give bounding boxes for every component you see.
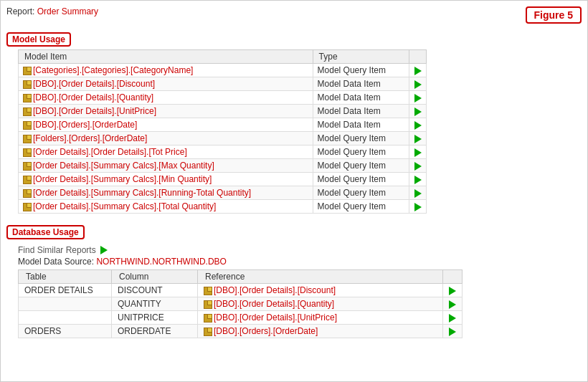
model-item-icon [23,121,32,130]
model-row-arrow-icon[interactable] [414,148,422,157]
db-reference-cell: [DBO].[Order Details].[Quantity] [198,297,443,311]
db-column-cell: DISCOUNT [112,284,198,297]
model-usage-row: [Categories].[Categories].[CategoryName]… [19,64,427,77]
model-item-link[interactable]: [Order Details].[Summary Calcs].[Max Qua… [33,161,214,171]
model-item-link[interactable]: [DBO].[Orders].[OrderDate] [33,120,137,130]
model-type-cell: Model Query Item [313,186,409,200]
model-item-link[interactable]: [Order Details].[Summary Calcs].[Min Qua… [33,174,212,184]
model-type-cell: Model Data Item [313,77,409,91]
model-item-link[interactable]: [DBO].[Order Details].[UnitPrice] [33,106,156,116]
db-row-arrow-icon[interactable] [449,287,456,295]
model-item-link[interactable]: [DBO].[Order Details].[Discount] [33,79,155,89]
model-usage-row: [Order Details].[Summary Calcs].[Max Qua… [19,159,427,173]
datasource-label: Model Data Source: [18,257,94,267]
db-action-cell [443,284,463,297]
db-table-name-cell [19,297,112,311]
find-similar-label: Find Similar Reports [18,245,96,255]
model-row-arrow-icon[interactable] [414,94,422,102]
model-item-cell: [Folders].[Orders].[OrderDate] [19,132,313,145]
db-col-table: Table [19,270,112,284]
db-col-reference: Reference [198,270,443,284]
model-row-arrow-icon[interactable] [414,108,422,116]
db-row-arrow-icon[interactable] [449,328,456,336]
model-item-cell: [DBO].[Order Details].[Discount] [19,77,313,91]
model-item-link[interactable]: [Folders].[Orders].[OrderDate] [33,133,147,143]
model-type-cell: Model Query Item [313,159,409,173]
model-usage-row: [Order Details].[Summary Calcs].[Running… [19,186,427,200]
model-usage-table: Model Item Type [Categories].[Categories… [18,49,427,214]
db-table-name-cell [19,311,112,325]
model-type-cell: Model Data Item [313,91,409,105]
db-row-arrow-icon[interactable] [449,300,456,309]
figure-label: Figure 5 [526,6,582,24]
model-action-cell [409,200,427,214]
page-header: Report: Order Summary Figure 5 [6,6,582,24]
model-type-cell: Model Query Item [313,132,409,145]
model-item-icon [23,203,32,211]
model-item-link[interactable]: [Order Details].[Summary Calcs].[Running… [33,188,251,198]
model-usage-section: Model Usage Model Item Type [Categories]… [6,28,582,214]
model-row-arrow-icon[interactable] [414,67,422,75]
model-usage-row: [DBO].[Order Details].[UnitPrice]Model D… [19,105,427,118]
db-column-cell: UNITPRICE [112,311,198,325]
model-item-icon [23,94,32,102]
find-similar-row: Find Similar Reports [18,245,582,255]
db-ref-link[interactable]: [DBO].[Orders].[OrderDate] [214,326,318,336]
db-action-cell [443,311,463,325]
db-column-cell: ORDERDATE [112,325,198,338]
model-action-cell [409,105,427,118]
report-info: Report: Order Summary [6,6,98,16]
report-label: Report: [6,6,34,16]
model-row-arrow-icon[interactable] [414,189,422,198]
model-usage-row: [Order Details].[Order Details].[Tot Pri… [19,145,427,159]
col-header-type: Type [313,50,409,64]
model-item-link[interactable]: [Categories].[Categories].[CategoryName] [33,65,193,75]
model-action-cell [409,145,427,159]
model-item-cell: [Order Details].[Order Details].[Tot Pri… [19,145,313,159]
db-ref-icon [204,287,212,295]
model-action-cell [409,91,427,105]
model-item-icon [23,67,32,75]
db-ref-icon [204,328,212,336]
model-row-arrow-icon[interactable] [414,80,422,89]
model-row-arrow-icon[interactable] [414,203,422,211]
db-usage-row: QUANTITY[DBO].[Order Details].[Quantity] [19,297,463,311]
model-item-cell: [Order Details].[Summary Calcs].[Total Q… [19,200,313,214]
model-row-arrow-icon[interactable] [414,176,422,184]
db-row-arrow-icon[interactable] [449,314,456,323]
model-type-cell: Model Data Item [313,118,409,132]
model-item-cell: [DBO].[Order Details].[Quantity] [19,91,313,105]
model-usage-header-row: Model Item Type [19,50,427,64]
model-item-icon [23,189,32,198]
db-ref-icon [204,300,212,309]
datasource-name: NORTHWIND.NORTHWIND.DBO [96,257,227,267]
model-item-icon [23,148,32,157]
db-usage-row: ORDER DETAILSDISCOUNT[DBO].[Order Detail… [19,284,463,297]
database-usage-table: Table Column Reference ORDER DETAILSDISC… [18,269,463,338]
model-item-icon [23,135,32,143]
model-item-cell: [Order Details].[Summary Calcs].[Max Qua… [19,159,313,173]
model-item-link[interactable]: [DBO].[Order Details].[Quantity] [33,92,153,102]
db-reference-cell: [DBO].[Order Details].[UnitPrice] [198,311,443,325]
model-action-cell [409,77,427,91]
model-action-cell [409,173,427,186]
db-usage-row: UNITPRICE[DBO].[Order Details].[UnitPric… [19,311,463,325]
db-ref-icon [204,314,212,323]
model-usage-row: [Folders].[Orders].[OrderDate]Model Quer… [19,132,427,145]
model-usage-row: [DBO].[Order Details].[Quantity]Model Da… [19,91,427,105]
model-row-arrow-icon[interactable] [414,135,422,143]
model-usage-label: Model Usage [6,32,71,47]
model-type-cell: Model Query Item [313,64,409,77]
db-ref-link[interactable]: [DBO].[Order Details].[Discount] [214,285,336,295]
model-row-arrow-icon[interactable] [414,162,422,171]
db-ref-link[interactable]: [DBO].[Order Details].[Quantity] [214,299,334,309]
find-similar-arrow-icon[interactable] [100,246,108,254]
db-ref-link[interactable]: [DBO].[Order Details].[UnitPrice] [214,312,337,323]
model-item-link[interactable]: [Order Details].[Summary Calcs].[Total Q… [33,201,216,211]
model-item-link[interactable]: [Order Details].[Order Details].[Tot Pri… [33,147,187,157]
db-usage-row: ORDERSORDERDATE[DBO].[Orders].[OrderDate… [19,325,463,338]
model-item-cell: [Order Details].[Summary Calcs].[Running… [19,186,313,200]
database-usage-section: Database Usage Find Similar Reports Mode… [6,221,582,338]
model-row-arrow-icon[interactable] [414,121,422,130]
model-type-cell: Model Query Item [313,173,409,186]
